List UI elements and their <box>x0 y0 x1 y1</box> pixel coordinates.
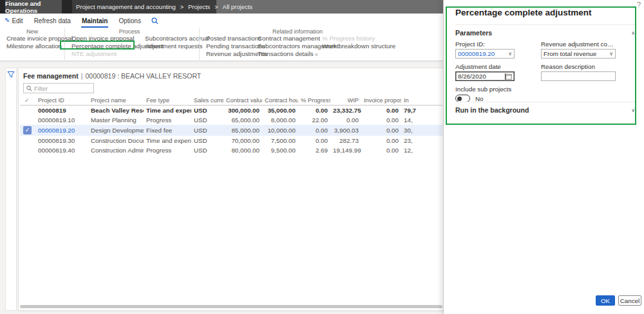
calendar-icon[interactable] <box>506 73 512 80</box>
column-header-percent_progress[interactable]: % Progress <box>298 96 330 106</box>
cell-contract_value[interactable]: 85,000.00 <box>223 125 262 136</box>
project-id-combobox[interactable]: 00000819.20 ∨ <box>455 49 515 59</box>
table-row[interactable]: 00000819.40Construction AdministrationPr… <box>20 145 442 155</box>
menu-item-pending-transactions[interactable]: Pending transactions <box>206 43 255 50</box>
menu-item-subcontractors-management[interactable]: Subcontractors management <box>258 43 319 50</box>
cell-invoiced[interactable]: 14, <box>401 115 442 125</box>
cell-contract_hours[interactable]: 10,000.00 <box>262 125 298 136</box>
cell-project_name[interactable]: Master Planning <box>88 115 144 125</box>
row-select-cell[interactable] <box>20 136 35 145</box>
row-select-cell[interactable] <box>20 145 35 155</box>
cell-sales_currency[interactable]: USD <box>191 115 223 125</box>
menu-item-adjustment-requests[interactable]: Adjustment requests <box>145 43 193 50</box>
cell-sales_currency[interactable]: USD <box>191 125 223 136</box>
menu-item-revenue-adjustments[interactable]: Revenue adjustments <box>206 51 255 57</box>
cell-project_name[interactable]: Construction Documents <box>88 136 144 145</box>
cell-project_name[interactable]: Design Development <box>88 125 144 136</box>
cell-fee_type[interactable]: Progress <box>144 115 191 125</box>
cell-percent_progress[interactable]: 0.00 <box>298 136 330 145</box>
cell-wip[interactable]: 23,332.75 <box>330 106 361 116</box>
chevron-down-icon[interactable]: ∨ <box>631 107 635 113</box>
chevron-down-icon[interactable]: ∨ <box>508 51 512 57</box>
search-icon[interactable] <box>151 17 158 24</box>
column-header-invoiced[interactable]: In <box>401 96 442 106</box>
column-header-project_name[interactable]: Project name <box>88 96 144 106</box>
table-row[interactable]: 00000819.10Master PlanningProgressUSD65,… <box>20 115 442 125</box>
cell-contract_hours[interactable]: 35,000.00 <box>262 106 298 116</box>
cell-invoice_proposal[interactable]: 0.00 <box>361 125 401 136</box>
column-header-contract_value[interactable]: Contract value <box>223 96 262 106</box>
menu-item-open-invoice-proposal[interactable]: Open invoice proposal <box>71 35 142 42</box>
column-header-project_id[interactable]: Project ID <box>35 96 88 106</box>
column-header-sales_currency[interactable]: Sales currency <box>191 96 223 106</box>
select-all-column-header[interactable]: ✓ <box>20 96 35 106</box>
cell-fee_type[interactable]: Progress <box>144 145 191 155</box>
menu-item-contract-management[interactable]: Contract management <box>258 35 319 42</box>
menu-item-work-breakdown-structure[interactable]: Work breakdown structure <box>322 43 394 50</box>
chevron-down-icon[interactable]: ∨ <box>609 51 613 57</box>
cell-sales_currency[interactable]: USD <box>191 106 223 116</box>
help-icon[interactable]: ? <box>637 1 641 8</box>
cell-invoice_proposal[interactable]: 0.00 <box>361 145 401 155</box>
breadcrumb-item[interactable]: Project management and accounting <box>76 3 176 10</box>
column-header-invoice_proposal[interactable]: Invoice proposal <box>361 96 401 106</box>
breadcrumb-item[interactable]: Projects <box>188 3 210 10</box>
cell-project_id[interactable]: 00000819.10 <box>35 115 88 125</box>
cell-project_name[interactable]: Construction Administration <box>88 145 144 155</box>
cell-contract_hours[interactable]: 8,000.00 <box>262 115 298 125</box>
cell-contract_value[interactable]: 65,000.00 <box>223 115 262 125</box>
cell-project_id[interactable]: 00000819 <box>35 106 88 116</box>
menu-item-subcontractors-accrual[interactable]: Subcontractors accrual <box>145 35 193 42</box>
cell-contract_hours[interactable]: 9,500.00 <box>262 145 298 155</box>
horizontal-scrollbar[interactable] <box>20 305 442 308</box>
cell-project_id[interactable]: 00000819.20 <box>35 125 88 136</box>
tab-refresh-data[interactable]: Refresh data <box>33 14 71 28</box>
cell-project_id[interactable]: 00000819.30 <box>35 136 88 145</box>
run-in-background-section-header[interactable]: Run in the background ∨ <box>455 102 635 114</box>
menu-item-posted-transactions[interactable]: Posted transactions <box>206 35 255 42</box>
cell-sales_currency[interactable]: USD <box>191 145 223 155</box>
cell-invoiced[interactable]: 79,7 <box>401 106 442 116</box>
filter-pane-bar[interactable] <box>5 68 17 311</box>
cell-wip[interactable]: 282.73 <box>330 136 361 145</box>
row-select-cell[interactable] <box>20 115 35 125</box>
app-title[interactable]: Finance and Operations <box>5 0 62 14</box>
menu-item-transactions-details[interactable]: Transactions details∨ <box>258 51 319 58</box>
cell-fee_type[interactable]: Time and expense NTE <box>144 136 191 145</box>
grid-filter-input[interactable]: Filter <box>23 83 94 93</box>
cancel-button[interactable]: Cancel <box>618 295 641 306</box>
cell-invoiced[interactable]: 23, <box>401 136 442 145</box>
cell-percent_progress[interactable]: 2.69 <box>298 145 330 155</box>
column-header-fee_type[interactable]: Fee type <box>144 96 191 106</box>
cell-invoiced[interactable]: 12, <box>401 145 442 155</box>
cell-contract_value[interactable]: 300,000.00 <box>223 106 262 116</box>
menu-item-milestone-allocation[interactable]: Milestone allocation <box>6 43 58 50</box>
row-selected-checkbox[interactable]: ✓ <box>23 126 32 134</box>
cell-sales_currency[interactable]: USD <box>191 136 223 145</box>
cell-percent_progress[interactable]: 0.00 <box>298 125 330 136</box>
adjustment-date-input[interactable]: 8/26/2020 <box>455 71 515 81</box>
cell-fee_type[interactable]: Fixed fee <box>144 125 191 136</box>
cell-percent_progress[interactable]: 0.00 <box>298 106 330 116</box>
table-row[interactable]: 00000819.30Construction DocumentsTime an… <box>20 136 442 145</box>
column-header-contract_hours[interactable]: Contract hours <box>262 96 298 106</box>
menu-item-create-invoice-proposal[interactable]: Create invoice proposal <box>6 35 58 42</box>
cell-wip[interactable]: 0.00 <box>330 115 361 125</box>
menu-item-percentage-complete-adjustment[interactable]: Percentage complete adjustment <box>71 43 142 50</box>
revenue-adjustment-completion-dropdown[interactable]: From total revenue ∨ <box>541 49 616 59</box>
cell-invoice_proposal[interactable]: 0.00 <box>361 115 401 125</box>
ok-button[interactable]: OK <box>596 295 615 306</box>
tab-maintain[interactable]: Maintain <box>81 14 109 28</box>
chevron-down-icon[interactable]: ∨ <box>315 52 318 57</box>
cell-invoiced[interactable]: 30, <box>401 125 442 136</box>
cell-project_name[interactable]: Beach Valley Resort <box>88 106 144 116</box>
cell-contract_value[interactable]: 80,000.00 <box>223 145 262 155</box>
cell-invoice_proposal[interactable]: 0.00 <box>361 106 401 116</box>
funnel-icon[interactable] <box>7 71 15 78</box>
parameters-section-header[interactable]: Parameters ∧ <box>455 24 635 37</box>
cell-project_id[interactable]: 00000819.40 <box>35 145 88 155</box>
tab-options[interactable]: Options <box>118 14 141 28</box>
table-row[interactable]: 00000819Beach Valley ResortTime and expe… <box>20 106 442 116</box>
cell-fee_type[interactable]: Time and expense <box>144 106 191 116</box>
table-row[interactable]: ✓00000819.20Design DevelopmentFixed feeU… <box>20 125 442 136</box>
